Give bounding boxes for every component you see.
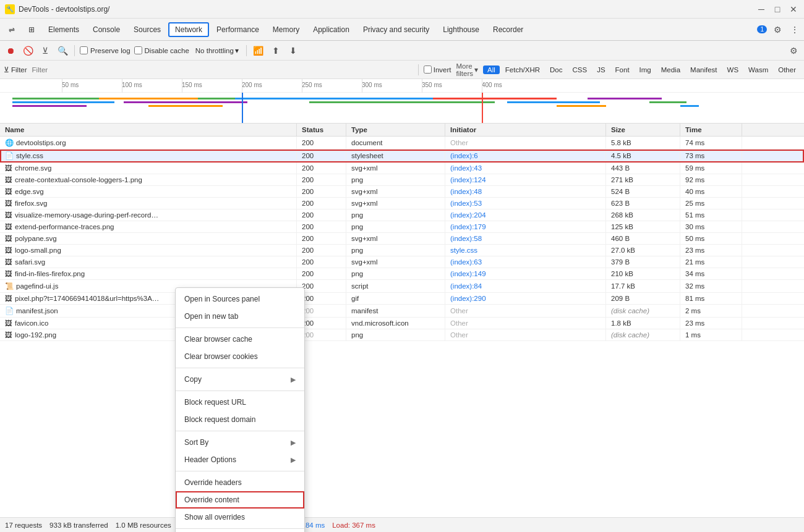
initiator-link[interactable]: (index):63 [450,258,482,266]
table-row[interactable]: 🖼 find-in-files-firefox.png 200 png (ind… [0,268,804,280]
table-row[interactable]: 🖼 extend-performance-traces.png 200 png … [0,221,804,233]
type-btn-manifest[interactable]: Manifest [686,65,721,74]
clear-button[interactable]: 🚫 [21,44,35,57]
throttle-select[interactable]: No throttling ▾ [193,45,241,56]
table-row[interactable]: 🖼 safari.svg 200 svg+xml (index):63 379 … [0,256,804,268]
menu-override-headers[interactable]: Override headers [176,474,304,491]
header-type[interactable]: Type [346,124,445,136]
menu-block-url[interactable]: Block request URL [176,394,304,411]
type-btn-other[interactable]: Other [774,65,800,74]
initiator-link[interactable]: (index):84 [450,282,482,290]
initiator-link[interactable]: (index):204 [450,211,486,219]
type-btn-css[interactable]: CSS [568,65,591,74]
tab-privacy[interactable]: Privacy and security [357,23,435,36]
table-row[interactable]: 🖼 favicon.ico 200 vnd.microsoft.icon Oth… [0,318,804,329]
more-tabs-button[interactable]: ⋮ [788,23,802,36]
filter-input[interactable] [32,66,414,74]
tab-console[interactable]: Console [87,23,126,36]
bar-12 [588,98,662,99]
type-btn-js[interactable]: JS [592,65,609,74]
type-btn-img[interactable]: Img [635,65,656,74]
minimize-button[interactable]: ─ [756,4,767,15]
table-row[interactable]: 🖼 logo-192.png 200 png Other (disk cache… [0,329,804,341]
search-button[interactable]: 🔍 [56,44,69,57]
initiator-link[interactable]: (index):179 [450,223,486,230]
menu-open-sources[interactable]: Open in Sources panel [176,290,304,308]
bar-3 [12,105,87,107]
more-filters-button[interactable]: More filters ▾ [456,62,478,77]
type-btn-fetch-xhr[interactable]: Fetch/XHR [501,65,544,74]
tab-network[interactable]: Network [168,22,209,37]
tab-application[interactable]: Application [307,23,356,36]
tab-sources[interactable]: Sources [127,23,167,36]
type-btn-media[interactable]: Media [657,65,685,74]
type-btn-font[interactable]: Font [611,65,634,74]
tab-elements[interactable]: Elements [42,23,85,36]
menu-block-domain[interactable]: Block request domain [176,411,304,428]
close-button[interactable]: ✕ [788,4,799,15]
header-status[interactable]: Status [297,124,346,136]
filter-toggle-button[interactable]: ⊻ [38,44,52,57]
tab-recorder[interactable]: Recorder [487,23,529,36]
menu-header-options[interactable]: Header Options ▶ [176,451,304,468]
table-row[interactable]: 🖼 pixel.php?t=1740669414018&url=https%3A… [0,293,804,305]
menu-sort-by[interactable]: Sort By ▶ [176,434,304,451]
record-button[interactable]: ⏺ [4,44,17,57]
header-name[interactable]: Name [0,124,297,136]
invert-checkbox[interactable]: Invert [424,65,451,74]
size-cell: 443 B [606,163,680,174]
initiator-link[interactable]: (index):124 [450,176,486,184]
header-size[interactable]: Size [606,124,680,136]
tab-memory[interactable]: Memory [267,23,306,36]
disable-cache-input[interactable] [134,46,142,54]
initiator-link[interactable]: (index):53 [450,200,482,207]
table-row[interactable]: 🖼 create-contextual-console-loggers-1.pn… [0,174,804,186]
table-row[interactable]: 📜 pagefind-ui.js 200 script (index):84 1… [0,280,804,293]
download-button[interactable]: ⬇ [286,44,300,57]
network-settings-button[interactable]: ⚙ [787,44,800,57]
wifi-icon[interactable]: 📶 [252,44,265,57]
menu-clear-cache[interactable]: Clear browser cache [176,331,304,348]
tab-inspect[interactable]: ⇌ [2,23,21,36]
type-btn-doc[interactable]: Doc [545,65,567,74]
type-btn-all[interactable]: All [483,65,500,74]
table-row[interactable]: 📄 style.css 200 stylesheet (index):6 4.5… [0,150,804,163]
tab-performance[interactable]: Performance [210,23,265,36]
initiator-link[interactable]: (index):58 [450,235,482,242]
menu-copy[interactable]: Copy ▶ [176,371,304,388]
initiator-link[interactable]: (index):48 [450,188,482,195]
menu-show-all-overrides[interactable]: Show all overrides [176,509,304,526]
table-row[interactable]: 🖼 edge.svg 200 svg+xml (index):48 524 B … [0,186,804,198]
header-time[interactable]: Time [680,124,742,136]
timeline[interactable]: 50 ms 100 ms 150 ms 200 ms 250 ms 300 ms… [0,79,804,124]
disable-cache-checkbox[interactable]: Disable cache [134,46,189,54]
header-initiator[interactable]: Initiator [445,124,606,136]
preserve-log-checkbox[interactable]: Preserve log [80,46,130,54]
type-btn-ws[interactable]: WS [723,65,743,74]
invert-input[interactable] [424,65,432,74]
upload-button[interactable]: ⬆ [269,44,283,57]
initiator-link[interactable]: style.css [450,247,477,254]
tab-device[interactable]: ⊞ [22,23,41,36]
initiator-link[interactable]: (index):43 [450,164,482,172]
devtools-settings-button[interactable]: ⚙ [771,23,784,36]
table-row[interactable]: 🖼 visualize-memory-usage-during-perf-rec… [0,209,804,221]
table-row[interactable]: 🖼 firefox.svg 200 svg+xml (index):53 623… [0,198,804,209]
preserve-log-input[interactable] [80,46,88,54]
menu-override-content[interactable]: Override content [176,491,304,509]
table-row[interactable]: 🖼 logo-small.png 200 png style.css 27.0 … [0,245,804,256]
maximize-button[interactable]: □ [772,4,783,15]
type-btn-wasm[interactable]: Wasm [744,65,772,74]
menu-clear-cookies[interactable]: Clear browser cookies [176,348,304,365]
table-row[interactable]: 🖼 polypane.svg 200 svg+xml (index):58 46… [0,233,804,245]
table-row[interactable]: 📄 manifest.json 200 manifest Other (disk… [0,305,804,318]
initiator-link[interactable]: (index):6 [450,152,478,159]
initiator-link[interactable]: (index):149 [450,270,486,277]
menu-open-new-tab[interactable]: Open in new tab [176,308,304,325]
initiator-link[interactable]: (index):290 [450,295,486,302]
tab-lighthouse[interactable]: Lighthouse [437,23,485,36]
table-row[interactable]: 🖼 chrome.svg 200 svg+xml (index):43 443 … [0,163,804,174]
type-cell: png [346,174,445,185]
name-cell: 🖼 chrome.svg [0,163,297,174]
table-row[interactable]: 🌐 devtoolstips.org 200 document Other 5.… [0,137,804,150]
